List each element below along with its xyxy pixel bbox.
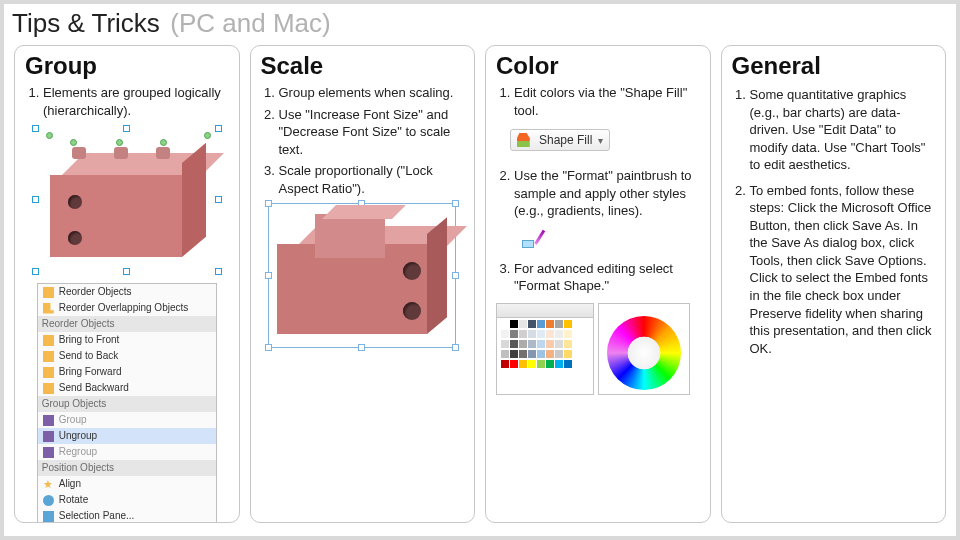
menu-send-to-back[interactable]: Send to Back [38,348,216,364]
color-tip-1: Edit colors via the "Shape Fill" tool. [514,84,700,119]
chevron-down-icon: ▾ [598,135,603,146]
color-tip-2: Use the "Format" paintbrush to sample an… [514,167,700,220]
menu-align[interactable]: ★Align [38,476,216,492]
slide-frame: Tips & Tricks (PC and Mac) Group Element… [4,4,956,536]
menu-bring-to-front[interactable]: Bring to Front [38,332,216,348]
overlap-icon [43,303,54,314]
menu-bring-forward[interactable]: Bring Forward [38,364,216,380]
rotate-icon [43,495,54,506]
selection-pane-icon [43,511,54,522]
column-group-heading: Group [25,52,229,80]
group-icon [43,415,54,426]
column-general-heading: General [732,52,936,80]
grouped-3d-block-illustration [32,125,222,275]
ungroup-icon [43,431,54,442]
page-subtitle: (PC and Mac) [170,8,330,38]
general-tip-2: To embed fonts, follow these steps: Clic… [750,182,936,357]
regroup-icon [43,447,54,458]
page-title: Tips & Tricks [12,8,160,38]
color-tips-list-1: Edit colors via the "Shape Fill" tool. [496,84,700,119]
scale-tips-list: Group elements when scaling. Use "Increa… [261,84,465,197]
align-icon: ★ [43,479,54,490]
title-bar: Tips & Tricks (PC and Mac) [4,4,956,41]
column-color-heading: Color [496,52,700,80]
bring-forward-icon [43,367,54,378]
stack-icon [43,287,54,298]
group-tips-list: Elements are grouped logically (hierarch… [25,84,229,119]
color-wheel-icon [607,316,681,390]
column-group: Group Elements are grouped logically (hi… [14,45,240,523]
scale-3d-block-illustration [268,203,456,348]
scale-tip-2: Use "Increase Font Size" and "Decrease F… [279,106,465,159]
scale-tip-1: Group elements when scaling. [279,84,465,102]
menu-section-position: Position Objects [38,460,216,476]
menu-ungroup[interactable]: Ungroup [38,428,216,444]
color-tips-list-3: For advanced editing select "Format Shap… [496,260,700,295]
color-wheel-panel [598,303,690,395]
menu-section-group: Group Objects [38,396,216,412]
arrange-context-menu: Reorder Objects Reorder Overlapping Obje… [37,283,217,523]
menu-reorder-objects-top[interactable]: Reorder Objects [38,284,216,300]
group-tip-1: Elements are grouped logically (hierarch… [43,84,229,119]
swatch-panel [496,303,594,395]
format-painter-icon [522,228,548,252]
menu-section-reorder: Reorder Objects [38,316,216,332]
menu-rotate[interactable]: Rotate [38,492,216,508]
scale-tip-3: Scale proportionally ("Lock Aspect Ratio… [279,162,465,197]
paint-bucket-icon [517,133,533,147]
column-scale-heading: Scale [261,52,465,80]
format-shape-inspector-illustration [496,303,700,395]
shape-fill-button[interactable]: Shape Fill ▾ [510,129,610,151]
color-tip-3: For advanced editing select "Format Shap… [514,260,700,295]
column-color: Color Edit colors via the "Shape Fill" t… [485,45,711,523]
shape-fill-label: Shape Fill [539,133,592,147]
bring-front-icon [43,335,54,346]
column-scale: Scale Group elements when scaling. Use "… [250,45,476,523]
menu-selection-pane[interactable]: Selection Pane... [38,508,216,523]
color-tips-list-2: Use the "Format" paintbrush to sample an… [496,167,700,220]
send-back-icon [43,351,54,362]
menu-regroup[interactable]: Regroup [38,444,216,460]
send-backward-icon [43,383,54,394]
menu-send-backward[interactable]: Send Backward [38,380,216,396]
column-general: General Some quantitative graphics (e.g.… [721,45,947,523]
menu-group[interactable]: Group [38,412,216,428]
general-tip-1: Some quantitative graphics (e.g., bar ch… [750,86,936,174]
general-tips-list: Some quantitative graphics (e.g., bar ch… [732,86,936,357]
menu-reorder-overlapping[interactable]: Reorder Overlapping Objects [38,300,216,316]
columns-container: Group Elements are grouped logically (hi… [4,41,956,533]
